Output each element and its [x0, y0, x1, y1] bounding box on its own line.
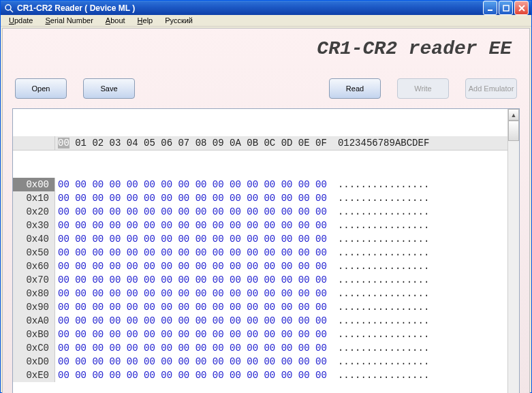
close-button[interactable]	[514, 1, 529, 15]
hex-row[interactable]: 0xB000 00 00 00 00 00 00 00 00 00 00 00 …	[13, 328, 507, 341]
hex-table[interactable]: 00 01 02 03 04 05 06 07 08 09 0A 0B 0C 0…	[13, 109, 507, 393]
addr-cell: 0xA0	[13, 314, 55, 328]
ascii-cells: ................	[327, 273, 429, 287]
ascii-cells: ................	[327, 341, 429, 355]
addr-cell: 0x30	[13, 219, 55, 232]
hex-bytes[interactable]: 00 00 00 00 00 00 00 00 00 00 00 00 00 0…	[55, 300, 327, 314]
hex-bytes[interactable]: 00 00 00 00 00 00 00 00 00 00 00 00 00 0…	[55, 232, 327, 246]
hex-bytes[interactable]: 00 00 00 00 00 00 00 00 00 00 00 00 00 0…	[55, 341, 327, 355]
hex-row[interactable]: 0x3000 00 00 00 00 00 00 00 00 00 00 00 …	[13, 219, 507, 232]
addr-cell: 0x40	[13, 232, 55, 246]
scroll-up-icon[interactable]: ▲	[508, 109, 519, 121]
addr-cell: 0xD0	[13, 355, 55, 368]
maximize-button[interactable]	[499, 1, 513, 15]
read-button[interactable]: Read	[329, 78, 381, 99]
hex-row[interactable]: 0x1000 00 00 00 00 00 00 00 00 00 00 00 …	[13, 191, 507, 205]
hex-row[interactable]: 0x5000 00 00 00 00 00 00 00 00 00 00 00 …	[13, 246, 507, 260]
hex-row[interactable]: 0xD000 00 00 00 00 00 00 00 00 00 00 00 …	[13, 355, 507, 368]
hex-row[interactable]: 0xA000 00 00 00 00 00 00 00 00 00 00 00 …	[13, 314, 507, 328]
minimize-button[interactable]	[483, 1, 497, 15]
hex-row[interactable]: 0x9000 00 00 00 00 00 00 00 00 00 00 00 …	[13, 300, 507, 314]
toolbar: Open Save Read Write Add Emulator	[7, 67, 525, 108]
save-button[interactable]: Save	[83, 78, 135, 99]
hex-row[interactable]: 0x7000 00 00 00 00 00 00 00 00 00 00 00 …	[13, 273, 507, 287]
hex-bytes[interactable]: 00 00 00 00 00 00 00 00 00 00 00 00 00 0…	[55, 191, 327, 205]
svg-line-1	[10, 10, 13, 12]
addr-cell: 0x80	[13, 287, 55, 300]
window-controls	[483, 1, 529, 15]
hex-col-header: 00 01 02 03 04 05 06 07 08 09 0A 0B 0C 0…	[55, 136, 327, 150]
ascii-cells: ................	[327, 287, 429, 300]
titlebar[interactable]: CR1-CR2 Reader ( Device ML )	[1, 1, 531, 15]
svg-rect-3	[503, 5, 509, 11]
addr-cell: 0x20	[13, 205, 55, 219]
menubar: Update Serial Number About Help Русский	[1, 15, 531, 27]
addr-cell: 0x50	[13, 246, 55, 260]
window-title: CR1-CR2 Reader ( Device ML )	[17, 3, 483, 13]
menu-about[interactable]: About	[100, 15, 131, 26]
addr-header	[13, 136, 55, 150]
hex-bytes[interactable]: 00 00 00 00 00 00 00 00 00 00 00 00 00 0…	[55, 260, 327, 273]
ascii-cells: ................	[327, 355, 429, 368]
ascii-cells: ................	[327, 328, 429, 341]
addr-cell: 0xE0	[13, 368, 55, 382]
hex-row[interactable]: 0xE000 00 00 00 00 00 00 00 00 00 00 00 …	[13, 368, 507, 382]
menu-update[interactable]: Update	[3, 15, 38, 26]
ascii-cells: ................	[327, 246, 429, 260]
addr-cell: 0x90	[13, 300, 55, 314]
hex-bytes[interactable]: 00 00 00 00 00 00 00 00 00 00 00 00 00 0…	[55, 219, 327, 232]
scroll-thumb[interactable]	[508, 121, 519, 141]
ascii-cells: ................	[327, 219, 429, 232]
hex-viewer: 00 01 02 03 04 05 06 07 08 09 0A 0B 0C 0…	[12, 108, 520, 393]
addr-cell: 0x60	[13, 260, 55, 273]
add-emulator-button: Add Emulator	[465, 78, 517, 99]
hex-row[interactable]: 0x4000 00 00 00 00 00 00 00 00 00 00 00 …	[13, 232, 507, 246]
addr-cell: 0xC0	[13, 341, 55, 355]
ascii-cells: ................	[327, 191, 429, 205]
hex-bytes[interactable]: 00 00 00 00 00 00 00 00 00 00 00 00 00 0…	[55, 205, 327, 219]
hex-bytes[interactable]: 00 00 00 00 00 00 00 00 00 00 00 00 00 0…	[55, 314, 327, 328]
hex-bytes[interactable]: 00 00 00 00 00 00 00 00 00 00 00 00 00 0…	[55, 355, 327, 368]
app-icon	[3, 3, 14, 14]
hex-bytes[interactable]: 00 00 00 00 00 00 00 00 00 00 00 00 00 0…	[55, 328, 327, 341]
ascii-cells: ................	[327, 205, 429, 219]
scroll-track[interactable]	[508, 121, 519, 393]
open-button[interactable]: Open	[15, 78, 67, 99]
hex-scrollbar[interactable]: ▲ ▼	[507, 109, 519, 393]
menu-russian[interactable]: Русский	[159, 15, 198, 26]
app-window: CR1-CR2 Reader ( Device ML ) Update Seri…	[0, 0, 532, 393]
ascii-cells: ................	[327, 178, 429, 191]
write-button: Write	[397, 78, 449, 99]
addr-cell: 0xB0	[13, 328, 55, 341]
addr-cell: 0x70	[13, 273, 55, 287]
menu-help[interactable]: Help	[132, 15, 159, 26]
ascii-cells: ................	[327, 314, 429, 328]
ascii-cells: ................	[327, 260, 429, 273]
menu-serial-number[interactable]: Serial Number	[40, 15, 98, 26]
hex-rows: 0x0000 00 00 00 00 00 00 00 00 00 00 00 …	[13, 178, 507, 382]
hex-row[interactable]: 0x2000 00 00 00 00 00 00 00 00 00 00 00 …	[13, 205, 507, 219]
addr-cell: 0x10	[13, 191, 55, 205]
svg-point-0	[5, 5, 11, 10]
ascii-header: 0123456789ABCDEF	[327, 136, 429, 150]
hex-bytes[interactable]: 00 00 00 00 00 00 00 00 00 00 00 00 00 0…	[55, 368, 327, 382]
hex-row[interactable]: 0x8000 00 00 00 00 00 00 00 00 00 00 00 …	[13, 287, 507, 300]
content-area: CR1-CR2 reader EE Open Save Read Write A…	[2, 28, 530, 393]
hex-bytes[interactable]: 00 00 00 00 00 00 00 00 00 00 00 00 00 0…	[55, 273, 327, 287]
app-header-title: CR1-CR2 reader EE	[7, 31, 525, 67]
hex-header-row: 00 01 02 03 04 05 06 07 08 09 0A 0B 0C 0…	[13, 136, 507, 151]
hex-row[interactable]: 0xC000 00 00 00 00 00 00 00 00 00 00 00 …	[13, 341, 507, 355]
hex-row[interactable]: 0x6000 00 00 00 00 00 00 00 00 00 00 00 …	[13, 260, 507, 273]
hex-bytes[interactable]: 00 00 00 00 00 00 00 00 00 00 00 00 00 0…	[55, 287, 327, 300]
ascii-cells: ................	[327, 232, 429, 246]
hex-bytes[interactable]: 00 00 00 00 00 00 00 00 00 00 00 00 00 0…	[55, 246, 327, 260]
hex-row[interactable]: 0x0000 00 00 00 00 00 00 00 00 00 00 00 …	[13, 178, 507, 191]
hex-bytes[interactable]: 00 00 00 00 00 00 00 00 00 00 00 00 00 0…	[55, 178, 327, 191]
ascii-cells: ................	[327, 300, 429, 314]
addr-cell: 0x00	[13, 178, 55, 191]
ascii-cells: ................	[327, 368, 429, 382]
